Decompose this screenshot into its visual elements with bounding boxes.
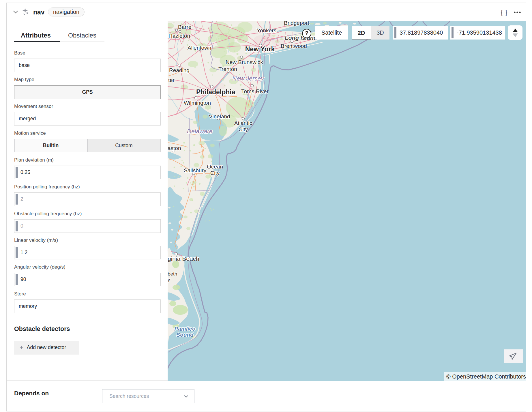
svg-text:Pamlico: Pamlico — [175, 326, 196, 332]
svg-text:Wilmington: Wilmington — [184, 100, 211, 106]
svg-text:ginia Beach: ginia Beach — [168, 255, 199, 262]
svg-text:Reading: Reading — [169, 67, 190, 73]
svg-text:Trenton: Trenton — [218, 66, 237, 72]
svg-text:Atlantic: Atlantic — [234, 120, 252, 126]
svg-text:Sound: Sound — [176, 332, 193, 338]
svg-text:New York: New York — [245, 45, 275, 53]
svg-text:y: y — [168, 277, 170, 282]
svg-text:Salisbury: Salisbury — [184, 167, 207, 173]
svg-text:New Jersey: New Jersey — [232, 75, 264, 82]
svg-text:City: City — [210, 170, 220, 176]
svg-text:City: City — [239, 126, 248, 132]
svg-text:beth: beth — [168, 271, 177, 277]
svg-text:Bridgeport: Bridgeport — [284, 21, 309, 26]
svg-text:Yonkers: Yonkers — [257, 27, 276, 33]
svg-text:Delaware: Delaware — [187, 128, 213, 134]
svg-text:Brentwood: Brentwood — [281, 43, 307, 49]
svg-text:Long Island: Long Island — [285, 35, 317, 41]
svg-text:Barre: Barre — [178, 24, 191, 30]
svg-text:Hazleton: Hazleton — [168, 33, 190, 39]
svg-text:Philadelphia: Philadelphia — [196, 88, 235, 96]
svg-text:aston: aston — [168, 145, 181, 151]
svg-text:ter: ter — [168, 77, 175, 83]
svg-text:Vineland: Vineland — [209, 113, 230, 119]
svg-text:Ocean: Ocean — [207, 164, 223, 170]
svg-text:New Brunswick: New Brunswick — [226, 59, 263, 65]
svg-text:Allentown: Allentown — [188, 45, 211, 51]
svg-text:Toms River: Toms River — [241, 88, 269, 94]
